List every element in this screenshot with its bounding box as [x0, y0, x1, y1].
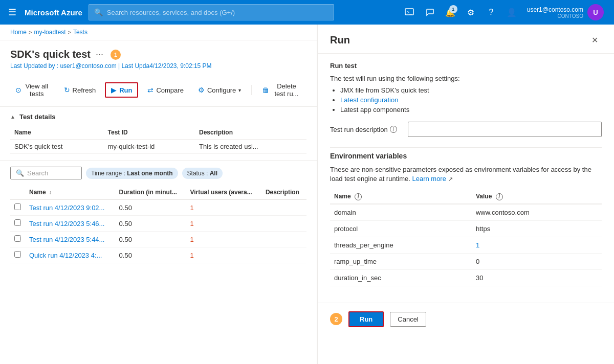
toolbar: ⊙ View all tests ↻ Refresh ▶ Run ⇄ Compa… — [0, 78, 317, 107]
top-navigation: ☰ Microsoft Azure 🔍 >_ 🔔 1 ⚙ ? 👤 user1@c… — [0, 0, 614, 25]
breadcrumb: Home > my-loadtest > Tests — [0, 25, 317, 40]
env-name-protocol: protocol — [330, 220, 472, 237]
search-box[interactable]: 🔍 — [10, 167, 82, 179]
col-test-id: Test ID — [104, 126, 195, 140]
run-name-3[interactable]: Test run 4/12/2023 5:44... — [25, 232, 115, 247]
global-search-box[interactable]: 🔍 — [89, 4, 334, 20]
row-checkbox-1[interactable] — [10, 199, 25, 216]
time-range-filter[interactable]: Time range : Last one month — [86, 168, 178, 179]
latest-config-link[interactable]: Latest configuration — [340, 96, 398, 104]
feedback-icon[interactable] — [421, 3, 439, 21]
env-variables-table: Name i Value i domain www.contoso.com — [330, 190, 602, 286]
drawer-body: Run test The test will run using the fol… — [318, 54, 614, 303]
global-search-input[interactable] — [107, 9, 328, 16]
breadcrumb-tests[interactable]: Tests — [73, 29, 87, 36]
env-value-domain: www.contoso.com — [472, 204, 602, 221]
run-name-4[interactable]: Quick run 4/12/2023 4:... — [25, 247, 115, 263]
env-description: These are non-sensitive parameters expos… — [330, 165, 602, 184]
learn-more-link[interactable]: Learn more — [412, 175, 446, 183]
env-col-name: Name i — [330, 190, 472, 204]
delete-test-button[interactable]: 🗑 Delete test ru... — [257, 80, 306, 100]
run-vusers-2: 1 — [186, 216, 261, 232]
refresh-icon: ↻ — [64, 86, 70, 94]
run-desc-2 — [261, 216, 306, 232]
info-icon: i — [390, 126, 397, 133]
step-2-badge: 2 — [330, 313, 342, 325]
search-input[interactable] — [27, 169, 76, 177]
checkbox-4[interactable] — [14, 251, 21, 258]
refresh-button[interactable]: ↻ Refresh — [59, 83, 101, 97]
run-desc-1 — [261, 199, 306, 216]
left-panel: Home > my-loadtest > Tests SDK's quick t… — [0, 25, 317, 364]
env-name-threads: threads_per_engine — [330, 237, 472, 253]
svg-text:>_: >_ — [407, 10, 412, 15]
page-title-row: SDK's quick test ··· 1 — [10, 49, 306, 60]
top-nav-icons: >_ 🔔 1 ⚙ ? 👤 user1@contoso.com CONTOSO U — [400, 3, 608, 21]
more-options-icon[interactable]: ··· — [96, 49, 103, 60]
col-run-name[interactable]: Name ↕ — [25, 186, 115, 199]
run-duration-1: 0.50 — [115, 199, 186, 216]
breadcrumb-home[interactable]: Home — [10, 29, 27, 36]
configure-button[interactable]: ⚙ Configure ▾ — [193, 83, 246, 97]
row-checkbox-3[interactable] — [10, 232, 25, 247]
test-details-header[interactable]: ▲ Test details — [10, 113, 306, 121]
compare-button[interactable]: ⇄ Compare — [142, 83, 188, 97]
delete-icon: 🗑 — [262, 86, 269, 94]
bullet-item-2: Latest configuration — [340, 96, 602, 104]
env-name-rampup: ramp_up_time — [330, 253, 472, 269]
breadcrumb-loadtest[interactable]: my-loadtest — [34, 29, 65, 36]
run-vusers-1: 1 — [186, 199, 261, 216]
env-value-protocol: https — [472, 220, 602, 237]
env-value-threads: 1 — [472, 237, 602, 253]
toolbar-separator — [251, 85, 252, 95]
env-col-value: Value i — [472, 190, 602, 204]
settings-icon[interactable]: ⚙ — [462, 3, 480, 21]
table-row: Quick run 4/12/2023 4:... 0.50 1 — [10, 247, 306, 263]
configure-chevron-icon: ▾ — [238, 87, 241, 93]
user-avatar: U — [587, 4, 604, 20]
checkbox-3[interactable] — [14, 235, 21, 242]
bullet-item-1: JMX file from SDK's quick test — [340, 86, 602, 94]
cancel-button[interactable]: Cancel — [390, 312, 426, 327]
bullet-item-3: Latest app components — [340, 106, 602, 113]
run-primary-button[interactable]: Run — [348, 311, 384, 327]
cloud-shell-icon[interactable]: >_ — [400, 3, 419, 21]
env-value-rampup: 0 — [472, 253, 602, 269]
status-filter[interactable]: Status : All — [182, 168, 223, 179]
test-run-desc-label: Test run description i — [330, 126, 402, 133]
run-duration-4: 0.50 — [115, 247, 186, 263]
row-checkbox-4[interactable] — [10, 247, 25, 263]
run-name-2[interactable]: Test run 4/12/2023 5:46... — [25, 216, 115, 232]
drawer-footer: 2 Run Cancel — [318, 303, 614, 335]
run-name-1[interactable]: Test run 4/12/2023 9:02... — [25, 199, 115, 216]
notifications-icon[interactable]: 🔔 1 — [441, 3, 459, 21]
configure-icon: ⚙ — [198, 86, 205, 94]
run-duration-3: 0.50 — [115, 232, 186, 247]
subtitle-user: user1@contoso.com — [60, 62, 116, 70]
env-row-duration: duration_in_sec 30 — [330, 269, 602, 286]
env-row-domain: domain www.contoso.com — [330, 204, 602, 221]
user-menu[interactable]: user1@contoso.com CONTOSO U — [523, 4, 608, 20]
run-vusers-3: 1 — [186, 232, 261, 247]
drawer-header: Run ✕ — [318, 25, 614, 54]
run-desc-4 — [261, 247, 306, 263]
directory-icon[interactable]: 👤 — [502, 3, 521, 21]
checkbox-2[interactable] — [14, 219, 21, 226]
env-name-duration: duration_in_sec — [330, 269, 472, 286]
row-checkbox-2[interactable] — [10, 216, 25, 232]
view-all-tests-button[interactable]: ⊙ View all tests — [10, 80, 55, 100]
env-row-rampup: ramp_up_time 0 — [330, 253, 602, 269]
env-value-info-icon: i — [496, 193, 503, 200]
run-button[interactable]: ▶ Run — [105, 82, 138, 98]
hamburger-menu-icon[interactable]: ☰ — [6, 5, 18, 20]
help-icon[interactable]: ? — [482, 3, 500, 21]
checkbox-1[interactable] — [14, 203, 21, 210]
close-icon[interactable]: ✕ — [587, 33, 602, 47]
test-name-cell: SDK's quick test — [10, 140, 104, 154]
table-row: Test run 4/12/2023 5:46... 0.50 1 — [10, 216, 306, 232]
step-1-badge: 1 — [111, 50, 121, 60]
run-duration-2: 0.50 — [115, 216, 186, 232]
test-run-desc-input[interactable] — [408, 122, 602, 137]
env-name-info-icon: i — [355, 193, 362, 200]
test-details-table: Name Test ID Description SDK's quick tes… — [10, 126, 306, 154]
